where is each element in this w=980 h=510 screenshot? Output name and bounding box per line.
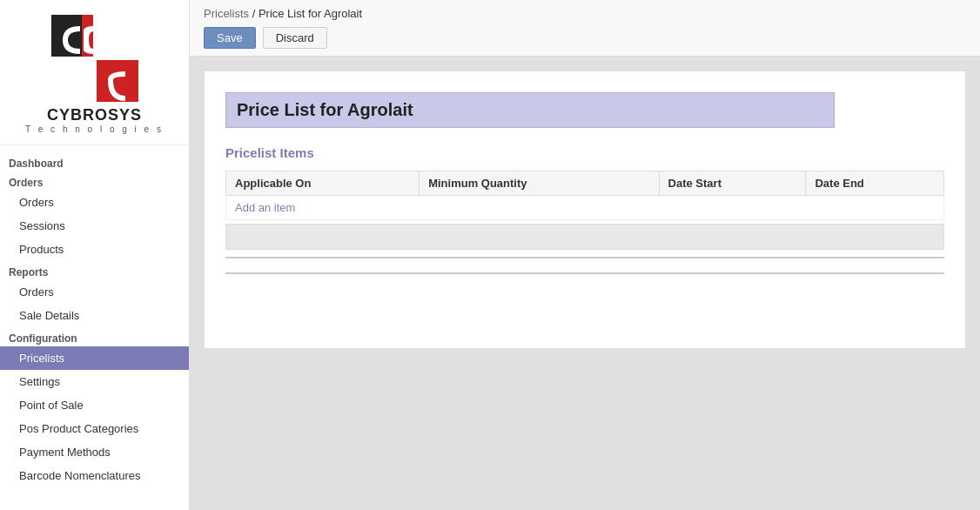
logo-icon bbox=[47, 10, 143, 106]
sidebar-item-payment-methods[interactable]: Payment Methods bbox=[0, 440, 189, 464]
sidebar-item-point-of-sale[interactable]: Point of Sale bbox=[0, 393, 189, 417]
save-button[interactable]: Save bbox=[204, 27, 256, 49]
breadcrumb-separator: / bbox=[252, 7, 258, 20]
discard-button[interactable]: Discard bbox=[263, 27, 327, 49]
sidebar-item-sale-details[interactable]: Sale Details bbox=[0, 304, 189, 327]
col-minimum-quantity: Minimum Quantity bbox=[420, 171, 659, 196]
breadcrumb: Pricelists / Price List for Agrolait bbox=[204, 7, 966, 20]
form-card: Pricelist Items Applicable On Minimum Qu… bbox=[204, 70, 966, 349]
pricelist-items-title: Pricelist Items bbox=[225, 145, 944, 160]
sidebar: CYBROSYS T e c h n o l o g i e s Dashboa… bbox=[0, 0, 190, 510]
sidebar-logo: CYBROSYS T e c h n o l o g i e s bbox=[0, 0, 189, 145]
nav-section-orders: Orders bbox=[0, 171, 189, 191]
col-applicable-on: Applicable On bbox=[226, 171, 420, 196]
nav-section-dashboard: Dashboard bbox=[0, 152, 189, 171]
top-bar: Pricelists / Price List for Agrolait Sav… bbox=[190, 0, 980, 57]
price-list-name-input[interactable] bbox=[225, 92, 835, 128]
sidebar-item-products[interactable]: Products bbox=[0, 238, 189, 261]
breadcrumb-parent[interactable]: Pricelists bbox=[204, 7, 249, 20]
divider-line-2 bbox=[225, 272, 944, 274]
pricelist-items-table: Applicable On Minimum Quantity Date Star… bbox=[225, 171, 944, 220]
sidebar-item-sessions[interactable]: Sessions bbox=[0, 214, 189, 238]
sidebar-item-pos-product-categories[interactable]: Pos Product Categories bbox=[0, 417, 189, 440]
sidebar-item-settings[interactable]: Settings bbox=[0, 370, 189, 393]
sidebar-navigation: Dashboard Orders Orders Sessions Product… bbox=[0, 145, 189, 510]
gray-spacer-row bbox=[225, 224, 944, 250]
sidebar-item-reports-orders[interactable]: Orders bbox=[0, 280, 189, 304]
nav-section-reports: Reports bbox=[0, 261, 189, 280]
col-date-end: Date End bbox=[806, 171, 944, 196]
breadcrumb-current: Price List for Agrolait bbox=[258, 7, 362, 20]
add-item-link[interactable]: Add an item bbox=[235, 201, 295, 214]
main-content: Pricelists / Price List for Agrolait Sav… bbox=[190, 0, 980, 510]
logo-subtext: T e c h n o l o g i e s bbox=[25, 124, 164, 134]
toolbar: Save Discard bbox=[204, 27, 966, 49]
col-date-start: Date Start bbox=[659, 171, 806, 196]
content-area: Pricelist Items Applicable On Minimum Qu… bbox=[190, 57, 980, 510]
sidebar-item-pricelists[interactable]: Pricelists bbox=[0, 346, 189, 370]
sidebar-item-barcode-nomenclatures[interactable]: Barcode Nomenclatures bbox=[0, 464, 189, 487]
nav-section-configuration: Configuration bbox=[0, 327, 189, 346]
table-row-add-item: Add an item bbox=[226, 196, 944, 220]
sidebar-item-orders[interactable]: Orders bbox=[0, 191, 189, 214]
logo-text: CYBROSYS bbox=[47, 106, 142, 124]
